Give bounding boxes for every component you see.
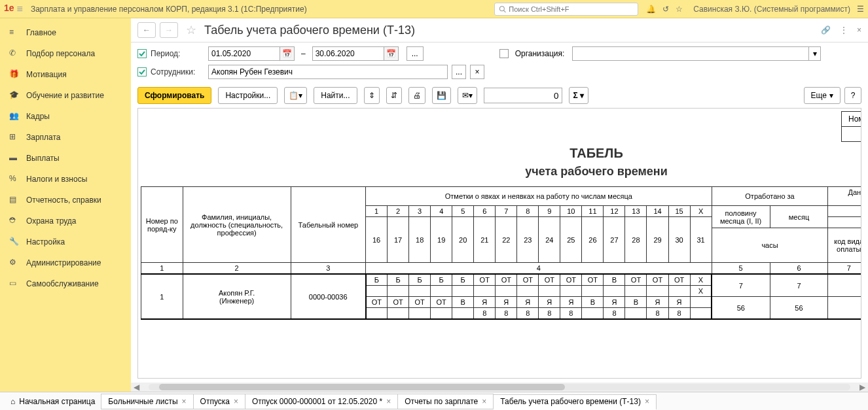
sidebar-item-pay[interactable]: ▬Выплаты: [0, 148, 131, 169]
sidebar-item-settings[interactable]: 🔧Настройка: [0, 231, 131, 252]
forward-button[interactable]: →: [160, 22, 178, 38]
back-button[interactable]: ←: [137, 22, 156, 38]
tab-vacation-doc[interactable]: Отпуск 0000-000001 от 12.05.2020 *×: [245, 394, 398, 409]
sidebar-item-safety[interactable]: ⛑Охрана труда: [0, 211, 131, 231]
tab-home[interactable]: ⌂Начальная страница: [4, 394, 101, 409]
org-field[interactable]: [573, 47, 808, 60]
search-input[interactable]: [509, 5, 634, 13]
row-num: 1: [141, 274, 183, 319]
period-label: Период:: [151, 49, 204, 58]
report-area[interactable]: Номер документаДата составления 16.05.20…: [137, 108, 861, 379]
percent-icon: %: [9, 174, 20, 184]
hdr-hours: часы: [712, 228, 828, 263]
sidebar-item-label: Главное: [26, 28, 56, 37]
org-input[interactable]: ▾: [572, 46, 821, 61]
more-button[interactable]: Еще ▾: [804, 87, 841, 104]
hdr-days: дни: [828, 217, 861, 228]
sidebar-item-label: Налоги и взносы: [26, 175, 87, 184]
find-button[interactable]: Найти...: [314, 87, 357, 104]
sidebar-item-label: Выплаты: [26, 154, 60, 163]
link-icon[interactable]: 🔗: [821, 26, 831, 35]
sidebar-item-learn[interactable]: 🎓Обучение и развитие: [0, 85, 131, 106]
main: ← → ☆ Табель учета рабочего времени (Т-1…: [131, 18, 868, 392]
emp-label: Сотрудники:: [151, 67, 204, 77]
doc-no-val: [841, 127, 861, 142]
date-to-calendar-button[interactable]: 📅: [384, 46, 399, 61]
sidebar-item-recruit[interactable]: ✆Подбор персонала: [0, 43, 131, 64]
settings-button[interactable]: Настройки...: [218, 87, 278, 104]
tab-salary-reports[interactable]: Отчеты по зарплате×: [397, 394, 494, 409]
wrench-icon: 🔧: [9, 237, 20, 247]
collapse-button[interactable]: ⇵: [386, 87, 402, 104]
sidebar-item-reports[interactable]: ▤Отчетность, справки: [0, 190, 131, 211]
close-icon[interactable]: ×: [857, 26, 861, 35]
sidebar-item-salary[interactable]: ⊞Зарплата: [0, 127, 131, 148]
variants-button[interactable]: 📋▾: [284, 87, 307, 104]
mail-button[interactable]: ✉▾: [458, 87, 477, 104]
form-button[interactable]: Сформировать: [137, 87, 211, 104]
tab-close-icon[interactable]: ×: [234, 397, 238, 406]
save-button[interactable]: 💾: [432, 87, 451, 104]
date-from-input[interactable]: 01.05.2020: [208, 46, 280, 61]
tab-close-icon[interactable]: ×: [482, 397, 486, 406]
print-button[interactable]: 🖨: [408, 87, 425, 104]
tab-close-icon[interactable]: ×: [182, 397, 187, 406]
sidebar-item-hr[interactable]: 👥Кадры: [0, 106, 131, 127]
search-icon: [499, 5, 506, 13]
sum-input[interactable]: [484, 88, 562, 103]
tab-sicklists[interactable]: Больничные листы×: [101, 394, 193, 409]
org-checkbox[interactable]: [499, 49, 509, 58]
menu-icon[interactable]: ☰: [857, 5, 864, 14]
tab-close-icon[interactable]: ×: [386, 397, 391, 406]
help-button[interactable]: ?: [844, 87, 861, 104]
doc-no-hdr: Номер документа: [841, 112, 861, 127]
bell-icon[interactable]: 🔔: [646, 5, 656, 14]
sidebar-item-label: Администрирование: [26, 258, 101, 267]
home-icon: ≡: [9, 27, 20, 38]
sidebar-item-self[interactable]: ▭Самообслуживание: [0, 273, 131, 294]
sidebar-item-label: Отчетность, справки: [26, 196, 101, 205]
period-more-button[interactable]: ...: [407, 46, 424, 61]
people-icon: 👥: [9, 111, 20, 122]
topbar-icons: 🔔 ↺ ☆ Савинская З.Ю. (Системный программ…: [646, 5, 864, 14]
sidebar-item-main[interactable]: ≡Главное: [0, 22, 131, 43]
date-dash: –: [301, 49, 306, 58]
header: ← → ☆ Табель учета рабочего времени (Т-1…: [131, 18, 868, 43]
grad-icon: 🎓: [9, 90, 20, 101]
card-icon: ▭: [9, 279, 20, 289]
row-fio: Акопян Р.Г.(Инженер): [183, 274, 291, 319]
date-from-calendar-button[interactable]: 📅: [280, 46, 295, 61]
date-to-input[interactable]: 30.06.2020: [312, 46, 384, 61]
emp-input[interactable]: Акопян Рубен Гезевич: [208, 65, 448, 79]
sidebar-item-admin[interactable]: ⚙Администрирование: [0, 252, 131, 273]
sidebar-item-motivation[interactable]: 🎁Мотивация: [0, 64, 131, 85]
star-icon[interactable]: ☆: [676, 5, 683, 14]
emp-pick-button[interactable]: ...: [452, 65, 466, 79]
meta-table: Номер документаДата составления 16.05.20…: [841, 111, 861, 142]
star-outline-icon[interactable]: ☆: [186, 23, 196, 37]
sidebar-item-label: Кадры: [26, 112, 50, 121]
kebab-icon[interactable]: ⋮: [840, 26, 848, 35]
tab-close-icon[interactable]: ×: [645, 397, 649, 406]
emp-clear-button[interactable]: ×: [470, 65, 484, 79]
org-label: Организация:: [515, 49, 565, 58]
logo: 1e: [4, 3, 23, 14]
user-label: Савинская З.Ю. (Системный программист): [693, 5, 850, 14]
svg-point-0: [500, 6, 505, 10]
sigma-button[interactable]: Σ ▾: [569, 87, 589, 104]
t13-table: Номер по поряд-ку Фамилия, инициалы, дол…: [141, 186, 861, 320]
expand-button[interactable]: ⇕: [364, 87, 380, 104]
hdr-half: половину месяца (I, II): [712, 206, 770, 228]
history-icon[interactable]: ↺: [662, 5, 669, 14]
h-scrollbar[interactable]: ◀ ▶: [131, 383, 868, 392]
sidebar-item-tax[interactable]: %Налоги и взносы: [0, 169, 131, 190]
period-checkbox[interactable]: [137, 49, 147, 58]
page-title: Табель учета рабочего времени (Т-13): [204, 24, 415, 37]
org-dropdown-button[interactable]: ▾: [808, 47, 820, 60]
tab-vacations[interactable]: Отпуска×: [193, 394, 245, 409]
emp-checkbox[interactable]: [137, 67, 147, 77]
search-box[interactable]: [494, 3, 638, 16]
hdr-paycode: код вида оплаты: [828, 206, 861, 217]
scroll-thumb[interactable]: [159, 384, 565, 390]
tab-timesheet[interactable]: Табель учета рабочего времени (Т-13)×: [493, 394, 657, 410]
